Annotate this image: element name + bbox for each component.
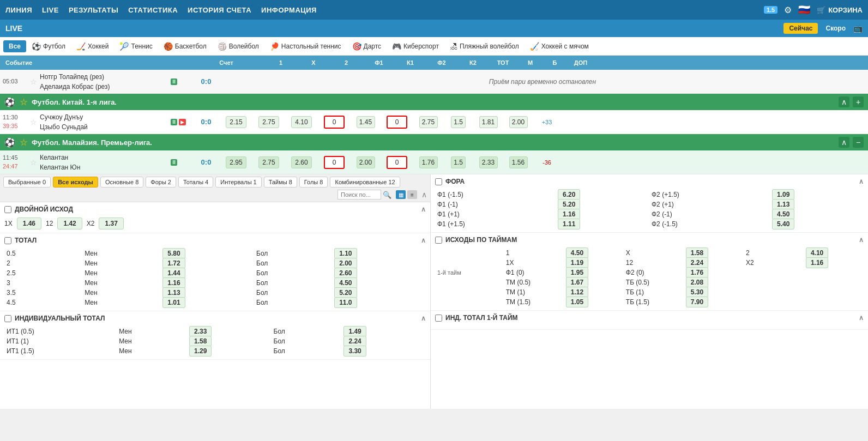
oh-odd1[interactable]: 1.67 [566, 277, 588, 288]
oh-odd2-cell[interactable]: 5.30 [684, 287, 744, 297]
league-collapse-btn-2[interactable]: ∧ [839, 137, 849, 148]
market-tab-taymy[interactable]: Таймы 8 [264, 177, 297, 188]
oh-odd1-cell[interactable]: 1.12 [564, 287, 624, 297]
fora-odd1-cell[interactable]: 6.20 [556, 190, 649, 200]
league-fav-2[interactable]: ☆ [20, 137, 27, 148]
match-dop-2[interactable]: -36 [533, 159, 560, 166]
odd-btn-b-1[interactable]: 2.00 [509, 116, 528, 128]
view-icon-list[interactable]: ≡ [407, 190, 417, 199]
odd-btn-f1-2[interactable]: 0 [324, 156, 345, 169]
sport-tab-tennis[interactable]: 🎾 Теннис [114, 40, 158, 53]
market-tab-totaly[interactable]: Тоталы 4 [178, 177, 213, 188]
match-video-icon-1[interactable]: ▶ [179, 119, 186, 125]
odd-cell-tot-1[interactable]: 1.5 [443, 118, 473, 126]
market-search-input[interactable] [337, 190, 381, 200]
odd-cell-x-2[interactable]: 2.75 [252, 156, 285, 168]
oh-odd2-cell[interactable]: 1.76 [684, 268, 744, 277]
odd-cell-1-1[interactable]: 2.15 [220, 116, 252, 128]
double-outcome-collapse[interactable]: ∧ [421, 206, 426, 213]
oh-odd1-cell[interactable]: 1.05 [564, 297, 624, 307]
ind-total-half-checkbox[interactable] [435, 315, 442, 322]
fora-odd1[interactable]: 6.20 [558, 189, 580, 200]
fora-odd2-cell[interactable]: 1.09 [770, 190, 864, 200]
total-men-odd[interactable]: 1.13 [162, 287, 185, 298]
market-tab-all[interactable]: Все исходы [53, 177, 98, 188]
oh-odd1[interactable]: 1.95 [566, 267, 588, 278]
odd-cell-2-1[interactable]: 4.10 [285, 116, 318, 128]
fora-collapse[interactable]: ∧ [859, 178, 864, 185]
double-outcome-checkbox[interactable] [4, 206, 11, 213]
fora-odd2[interactable]: 1.09 [772, 189, 794, 200]
total-bol-odd[interactable]: 11.0 [334, 297, 357, 308]
individual-total-collapse[interactable]: ∧ [421, 315, 426, 322]
league-add-btn-1[interactable]: + [853, 96, 864, 107]
league-collapse-btn-1[interactable]: ∧ [839, 96, 849, 107]
total-men-odd-cell[interactable]: 1.13 [160, 288, 254, 298]
fora-odd2[interactable]: 1.13 [772, 199, 794, 210]
market-tab-combined[interactable]: Комбинированные 12 [330, 177, 400, 188]
match-fav-2[interactable]: ☆ [30, 158, 40, 167]
odd-btn-1-1[interactable]: 2.15 [226, 116, 246, 128]
odd-btn-f2-1[interactable]: 0 [387, 116, 407, 129]
it-bol-odd[interactable]: 2.24 [343, 336, 366, 347]
it-men-odd[interactable]: 2.33 [189, 326, 212, 337]
fora-odd2[interactable]: 4.50 [772, 209, 794, 220]
do-odd-12[interactable]: 1.42 [57, 218, 82, 229]
sport-tab-table-tennis[interactable]: 🏓 Настольный теннис [264, 40, 347, 53]
total-bol-odd[interactable]: 2.00 [334, 258, 357, 269]
fora-odd2[interactable]: 5.40 [772, 219, 794, 229]
oh-odd1-cell[interactable]: 1.67 [564, 277, 624, 287]
odd-btn-1-2[interactable]: 2.95 [226, 156, 246, 168]
odd-btn-k1-2[interactable]: 2.00 [357, 156, 375, 168]
total-checkbox[interactable] [4, 237, 11, 244]
total-men-odd[interactable]: 5.80 [162, 248, 185, 259]
oh-odd2[interactable]: 1.58 [686, 247, 708, 258]
oh-odd3-cell[interactable]: 1.16 [804, 258, 864, 268]
match-fav-paused[interactable]: ☆ [30, 77, 40, 86]
odd-cell-2-2[interactable]: 2.60 [285, 156, 318, 168]
nav-rezultaty[interactable]: РЕЗУЛЬТАТЫ [69, 6, 118, 14]
odd-btn-f2-2[interactable]: 0 [387, 156, 407, 169]
it-bol-odd-cell[interactable]: 1.49 [341, 327, 426, 336]
odd-cell-f1-1[interactable]: 0 [318, 116, 351, 129]
total-bol-odd-cell[interactable]: 2.60 [332, 268, 426, 278]
total-men-odd[interactable]: 1.72 [162, 258, 185, 269]
it-men-odd-cell[interactable]: 1.58 [187, 336, 272, 346]
odd-cell-b-1[interactable]: 2.00 [503, 116, 533, 128]
btn-seychas[interactable]: Сейчас [783, 23, 818, 34]
sport-tab-darts[interactable]: 🎯 Дартс [347, 40, 387, 53]
it-men-odd[interactable]: 1.29 [189, 346, 212, 357]
total-bol-odd-cell[interactable]: 2.00 [332, 258, 426, 268]
oh-odd2-cell[interactable]: 2.24 [684, 258, 744, 268]
odd-cell-f1-2[interactable]: 0 [318, 156, 351, 169]
fora-odd1[interactable]: 1.11 [558, 219, 580, 229]
btn-skoro[interactable]: Скоро [821, 23, 850, 34]
oh-odd1[interactable]: 1.12 [566, 287, 588, 298]
nav-history[interactable]: ИСТОРИЯ СЧЕТА [188, 6, 251, 14]
settings-icon[interactable]: ⚙ [784, 5, 792, 15]
league-add-btn-2[interactable]: − [853, 137, 864, 148]
it-bol-odd[interactable]: 3.30 [343, 346, 366, 357]
cart-button[interactable]: 🛒 КОРЗИНА [817, 6, 863, 14]
ind-total-half-collapse[interactable]: ∧ [859, 314, 864, 322]
total-men-odd[interactable]: 1.16 [162, 277, 185, 288]
odd-btn-2-2[interactable]: 2.60 [291, 156, 312, 168]
fora-odd1[interactable]: 5.20 [558, 199, 580, 210]
nav-liniya[interactable]: ЛИНИЯ [5, 6, 32, 14]
it-men-odd[interactable]: 1.58 [189, 336, 212, 347]
oh-odd1-cell[interactable]: 1.95 [564, 268, 624, 277]
odd-cell-1-2[interactable]: 2.95 [220, 156, 252, 168]
fora-odd2-cell[interactable]: 1.13 [770, 200, 864, 209]
oh-odd2[interactable]: 7.90 [686, 297, 708, 307]
odd-btn-b-2[interactable]: 1.56 [509, 156, 528, 168]
sport-tab-beach-volleyball[interactable]: 🏖 Пляжный волейбол [444, 40, 525, 53]
oh-odd2-cell[interactable]: 1.58 [684, 248, 744, 258]
it-bol-odd-cell[interactable]: 2.24 [341, 336, 426, 346]
do-odd-x2[interactable]: 1.37 [99, 218, 123, 229]
odd-btn-k2-2[interactable]: 1.76 [419, 156, 438, 168]
total-men-odd[interactable]: 1.44 [162, 268, 185, 279]
oh-odd1-cell[interactable]: 1.19 [564, 258, 624, 268]
total-bol-odd[interactable]: 2.60 [334, 268, 357, 279]
total-men-odd-cell[interactable]: 1.16 [160, 278, 254, 288]
oh-odd1-cell[interactable]: 4.50 [564, 248, 624, 258]
